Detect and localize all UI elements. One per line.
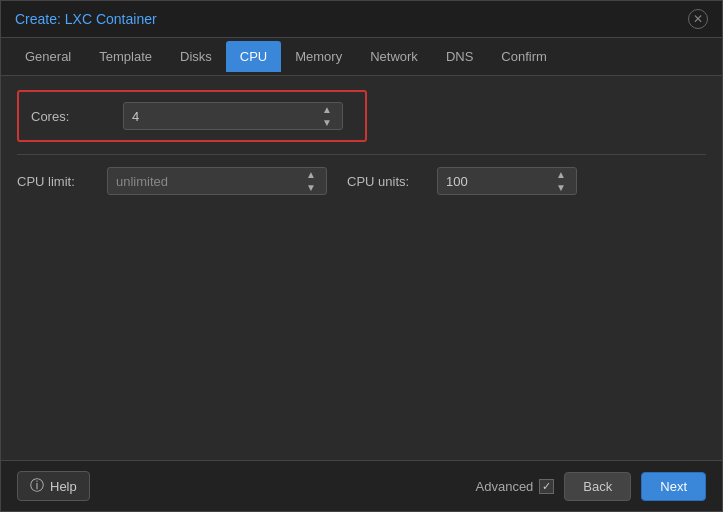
title-bar: Create: LXC Container ✕: [1, 1, 722, 38]
cpu-limit-spinner[interactable]: unlimited ▲ ▼: [107, 167, 327, 195]
cpu-units-label: CPU units:: [347, 174, 427, 189]
tab-bar: General Template Disks CPU Memory Networ…: [1, 38, 722, 76]
cpu-units-down-arrow[interactable]: ▼: [554, 181, 568, 194]
tab-cpu[interactable]: CPU: [226, 41, 281, 72]
cores-spinner[interactable]: 4 ▲ ▼: [123, 102, 343, 130]
advanced-checkbox[interactable]: ✓: [539, 479, 554, 494]
tab-memory[interactable]: Memory: [281, 41, 356, 72]
next-button[interactable]: Next: [641, 472, 706, 501]
back-button[interactable]: Back: [564, 472, 631, 501]
cpu-limit-value: unlimited: [116, 174, 168, 189]
cpu-limit-up-arrow[interactable]: ▲: [304, 168, 318, 181]
cpu-units-value: 100: [446, 174, 468, 189]
tab-dns[interactable]: DNS: [432, 41, 487, 72]
tab-disks[interactable]: Disks: [166, 41, 226, 72]
footer-right: Advanced ✓ Back Next: [476, 472, 706, 501]
cores-label: Cores:: [31, 109, 111, 124]
dialog-title: Create: LXC Container: [15, 11, 157, 27]
advanced-label[interactable]: Advanced ✓: [476, 479, 555, 494]
cores-down-arrow[interactable]: ▼: [320, 116, 334, 129]
cpu-units-up-arrow[interactable]: ▲: [554, 168, 568, 181]
cpu-limit-label: CPU limit:: [17, 174, 97, 189]
close-button[interactable]: ✕: [688, 9, 708, 29]
tab-network[interactable]: Network: [356, 41, 432, 72]
tab-general[interactable]: General: [11, 41, 85, 72]
cpu-settings-row: CPU limit: unlimited ▲ ▼ CPU units: 100 …: [17, 167, 706, 195]
cores-arrows: ▲ ▼: [320, 103, 334, 129]
content-area: Cores: 4 ▲ ▼ CPU limit: unlimited ▲ ▼: [1, 76, 722, 460]
help-icon: ⓘ: [30, 477, 44, 495]
divider: [17, 154, 706, 155]
tab-template[interactable]: Template: [85, 41, 166, 72]
help-button[interactable]: ⓘ Help: [17, 471, 90, 501]
cores-value: 4: [132, 109, 139, 124]
cpu-units-group: CPU units: 100 ▲ ▼: [347, 167, 577, 195]
create-lxc-dialog: Create: LXC Container ✕ General Template…: [0, 0, 723, 512]
cpu-limit-down-arrow[interactable]: ▼: [304, 181, 318, 194]
cores-up-arrow[interactable]: ▲: [320, 103, 334, 116]
footer: ⓘ Help Advanced ✓ Back Next: [1, 460, 722, 511]
cpu-units-spinner[interactable]: 100 ▲ ▼: [437, 167, 577, 195]
help-label: Help: [50, 479, 77, 494]
advanced-text: Advanced: [476, 479, 534, 494]
cores-section: Cores: 4 ▲ ▼: [17, 90, 367, 142]
tab-confirm[interactable]: Confirm: [487, 41, 561, 72]
cpu-units-arrows: ▲ ▼: [554, 168, 568, 194]
cpu-limit-arrows: ▲ ▼: [304, 168, 318, 194]
check-icon: ✓: [542, 480, 551, 493]
cpu-limit-group: CPU limit: unlimited ▲ ▼: [17, 167, 327, 195]
